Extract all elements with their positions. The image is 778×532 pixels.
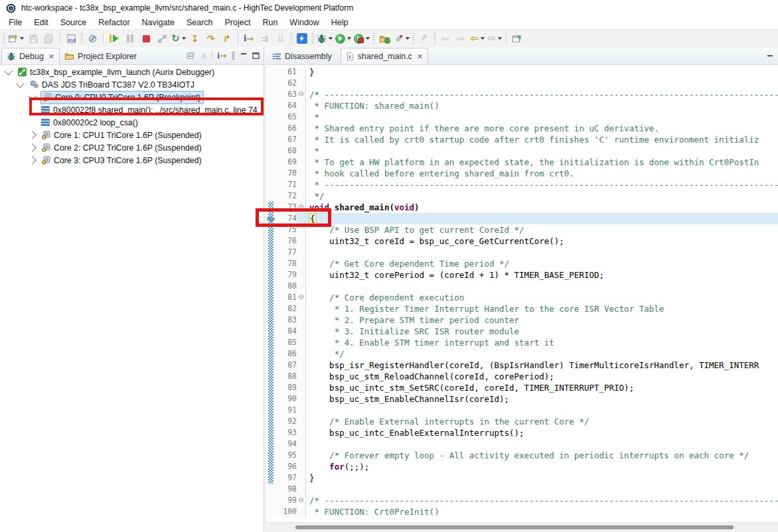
- menu-search[interactable]: Search: [181, 17, 219, 29]
- open-task-button[interactable]: [376, 31, 392, 46]
- annotation-ruler[interactable]: [266, 134, 275, 145]
- tab-disassembly[interactable]: Disassembly: [268, 48, 337, 64]
- forward-button[interactable]: ⇨: [486, 31, 503, 46]
- debug-dropdown[interactable]: [329, 37, 333, 40]
- external-tools-dropdown[interactable]: [406, 37, 410, 40]
- instruction-stepping-mode-icon[interactable]: i→: [217, 50, 226, 61]
- fold-marker-icon[interactable]: ⊖: [297, 495, 305, 506]
- horizontal-scrollbar[interactable]: [266, 522, 778, 532]
- run-dropdown[interactable]: [347, 37, 351, 40]
- menu-source[interactable]: Source: [54, 17, 93, 29]
- annotation-ruler[interactable]: [266, 123, 275, 134]
- tree-item-core0[interactable]: Core 0: CPU0 TriCore 1.6P (Breakpoint): [0, 91, 264, 103]
- code-line[interactable]: 62: [266, 78, 778, 89]
- menu-help[interactable]: Help: [325, 17, 354, 29]
- maximize-view-icon[interactable]: [252, 52, 260, 59]
- menu-edit[interactable]: Edit: [28, 17, 54, 29]
- previous-edit-location-button[interactable]: ⇦: [437, 31, 453, 46]
- restart-dropdown[interactable]: [182, 37, 186, 40]
- annotation-ruler[interactable]: [266, 100, 275, 111]
- external-tools-button[interactable]: [392, 31, 411, 46]
- menu-file[interactable]: File: [3, 17, 28, 29]
- code-line[interactable]: 94: [266, 438, 778, 450]
- use-step-filters-button[interactable]: ⇉: [257, 31, 273, 46]
- tree-item-core1[interactable]: Core 1: CPU1 TriCore 1.6P (Suspended): [0, 129, 264, 141]
- code-line[interactable]: 85 * 4. Enable STM timer interrupt and s…: [266, 337, 778, 348]
- tab-project-explorer[interactable]: Project Explorer: [60, 48, 141, 64]
- code-line[interactable]: 71 * -----------------------------------…: [266, 179, 778, 190]
- back-button[interactable]: ⇦: [469, 31, 487, 46]
- collapse-all-icon[interactable]: [186, 51, 195, 60]
- code-line[interactable]: 82 * 1. Register Timer Interrupt Handler…: [266, 303, 778, 314]
- binary-file-button[interactable]: 010: [63, 31, 79, 46]
- code-line[interactable]: 78 /* Get Core dependent Time period */: [266, 258, 778, 269]
- save-all-button[interactable]: [41, 31, 57, 46]
- step-filters-alt-button[interactable]: ⇊: [273, 31, 289, 46]
- annotation-ruler[interactable]: [266, 179, 275, 190]
- code-line[interactable]: 91: [266, 405, 778, 416]
- run-configurations-dropdown[interactable]: [366, 37, 370, 40]
- code-line[interactable]: 64 * FUNCTION: shared_main(): [266, 100, 778, 111]
- step-into-button[interactable]: ↧: [187, 31, 203, 46]
- code-line[interactable]: 67 * It is called by crt0 startup code a…: [266, 134, 778, 145]
- code-line[interactable]: 83 * 2. Prepare STM timer period counter: [266, 314, 778, 326]
- code-line[interactable]: 72 */: [266, 190, 778, 202]
- remove-all-terminated-icon[interactable]: ✕: [200, 51, 207, 61]
- new-wizard-button[interactable]: [7, 31, 25, 46]
- tree-item-frame-loop-csa[interactable]: 0x800020c2 loop_csa(): [0, 116, 264, 129]
- code-line[interactable]: 84 * 3. Initialize SRC ISR router module: [266, 326, 778, 337]
- flash-download-button[interactable]: [294, 31, 310, 46]
- code-line[interactable]: 95 /* Forever empty loop - All activity …: [266, 450, 778, 461]
- code-line[interactable]: 92 /* Enable External interrupts in the …: [266, 416, 778, 427]
- view-menu-icon[interactable]: [231, 51, 236, 60]
- annotation-ruler[interactable]: [266, 157, 275, 168]
- code-line[interactable]: 96 for(;;);: [266, 461, 778, 472]
- code-line[interactable]: 81⊖ /* Core dependent execution: [266, 292, 778, 303]
- code-line[interactable]: 70 * hook called before entering shared_…: [266, 168, 778, 179]
- clear-mark-button[interactable]: [416, 31, 432, 46]
- tree-item-board[interactable]: DAS JDS TriBoard TC387 V2.0 TB34IOTJ: [0, 78, 264, 91]
- code-line[interactable]: 93 bsp_uc_intc_EnableExternalInterrupts(…: [266, 427, 778, 438]
- code-line[interactable]: 73⊖void shared_main(void): [266, 202, 778, 213]
- code-line[interactable]: 69 * To get a HW platform in an expected…: [266, 157, 778, 168]
- code-line[interactable]: 74{: [266, 213, 778, 224]
- save-button[interactable]: [25, 31, 41, 46]
- resume-button[interactable]: [106, 31, 122, 46]
- disconnect-button[interactable]: [154, 31, 170, 46]
- expander-icon[interactable]: [16, 80, 25, 88]
- code-line[interactable]: 65 *: [266, 111, 778, 123]
- restart-button[interactable]: ↻: [170, 31, 187, 46]
- tab-shared-main-c[interactable]: c shared_main.c ✕: [341, 48, 428, 64]
- code-line[interactable]: 88 bsp_uc_stm_ReloadChannel(coreId, core…: [266, 371, 778, 382]
- step-over-button[interactable]: ↷: [203, 31, 219, 46]
- fold-marker-icon[interactable]: ⊖: [297, 89, 305, 100]
- code-line[interactable]: 79 uint32_t corePeriod = (coreId + 1) * …: [266, 269, 778, 281]
- annotation-ruler[interactable]: [266, 145, 275, 157]
- run-configurations-button[interactable]: [352, 31, 371, 46]
- code-line[interactable]: 89 bsp_uc_intc_stm_SetSRC(coreId, coreId…: [266, 382, 778, 393]
- tab-debug[interactable]: Debug ✕: [1, 48, 60, 64]
- code-line[interactable]: 75 /* Use BSP API to get current CoreId …: [266, 224, 778, 235]
- minimize-view-icon[interactable]: [240, 52, 248, 59]
- pin-editor-button[interactable]: [509, 31, 525, 46]
- expander-icon[interactable]: [28, 131, 37, 139]
- tree-item-launch[interactable]: tc38x_bsp_example_llvm_launch (Aurix Deb…: [0, 66, 264, 78]
- code-line[interactable]: 77: [266, 247, 778, 258]
- terminate-button[interactable]: [138, 31, 154, 46]
- code-line[interactable]: 76 uint32_t coreId = bsp_uc_core_GetCurr…: [266, 235, 778, 247]
- tab-debug-close-icon[interactable]: ✕: [48, 52, 54, 61]
- annotation-ruler[interactable]: [266, 190, 275, 202]
- tab-close-icon[interactable]: ✕: [417, 52, 423, 61]
- new-wizard-dropdown[interactable]: [20, 37, 24, 40]
- back-dropdown[interactable]: [481, 37, 485, 40]
- annotation-ruler[interactable]: [266, 111, 275, 123]
- annotation-ruler[interactable]: [266, 484, 275, 495]
- menu-navigate[interactable]: Navigate: [136, 17, 181, 29]
- tree-item-core2[interactable]: Core 2: CPU2 TriCore 1.6P (Suspended): [0, 141, 264, 154]
- selected-tree-row[interactable]: Core 0: CPU0 TriCore 1.6P (Breakpoint): [40, 91, 204, 104]
- step-return-button[interactable]: ↱: [219, 31, 235, 46]
- code-line[interactable]: 100 * FUNCTION: Crt0PreInit(): [266, 506, 778, 517]
- menu-window[interactable]: Window: [283, 17, 325, 29]
- tree-item-core3[interactable]: Core 3: CPU3 TriCore 1.6P (Suspended): [0, 154, 264, 166]
- expander-icon[interactable]: [28, 143, 37, 152]
